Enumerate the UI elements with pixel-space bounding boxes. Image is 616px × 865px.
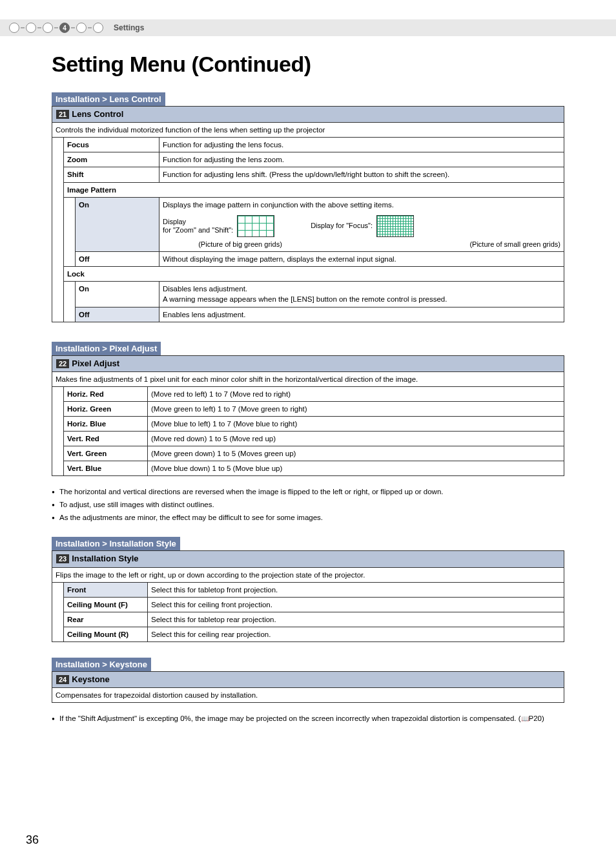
breadcrumb-bar: 4 Settings [0,19,616,36]
rear-label: Rear [64,612,148,627]
small-grid-icon [376,215,414,237]
image-pattern-label: Image Pattern [64,182,564,197]
lens-control-path: Installation > Lens Control [52,92,165,106]
pixel-adjust-heading: 22Pixel Adjust [52,355,564,371]
pixel-adjust-desc: Makes fine adjustments of 1 pixel unit f… [52,371,564,386]
vert-red-label: Vert. Red [64,432,148,446]
step-6 [93,23,103,33]
ceiling-f-label: Ceiling Mount (F) [64,597,148,612]
lock-off-desc: Enables lens adjustment. [159,307,564,322]
image-pattern-off-label: Off [76,252,159,267]
lens-control-section: Installation > Lens Control 21Lens Contr… [52,92,564,322]
zoom-desc: Function for adjusting the lens zoom. [159,152,564,167]
horiz-red-label: Horiz. Red [64,386,148,401]
installation-style-heading: 23Installation Style [52,551,564,567]
pixel-adjust-section: Installation > Pixel Adjust 22Pixel Adju… [52,342,564,477]
step-3 [43,23,53,33]
horiz-blue-label: Horiz. Blue [64,417,148,432]
lock-on-desc: Disables lens adjustment. A warning mess… [159,282,564,307]
front-label: Front [64,582,148,597]
big-grid-icon [237,215,274,237]
shift-desc: Function for adjusting lens shift. (Pres… [159,167,564,182]
focus-label: Focus [64,138,159,152]
lock-off-label: Off [76,307,159,322]
keystone-section: Installation > Keystone 24Keystone Compe… [52,658,564,703]
keystone-heading: 24Keystone [52,672,564,688]
shift-label: Shift [64,167,159,182]
keystone-desc: Compensates for trapezoidal distortion c… [52,688,564,703]
horiz-green-label: Horiz. Green [64,401,148,416]
ceiling-r-label: Ceiling Mount (R) [64,627,148,642]
image-pattern-on-label: On [76,197,159,251]
lens-control-desc: Controls the individual motorized functi… [52,123,564,138]
step-1 [9,23,19,33]
image-pattern-on-desc: Displays the image pattern in conjunctio… [159,197,564,251]
vert-green-label: Vert. Green [64,446,148,461]
step-2 [26,23,36,33]
pixel-adjust-path: Installation > Pixel Adjust [52,342,161,355]
zoom-label: Zoom [64,152,159,167]
lock-on-label: On [76,282,159,307]
step-5 [76,23,87,33]
keystone-notes: If the "Shift Adjustment" is excepting 0… [52,714,564,722]
focus-desc: Function for adjusting the lens focus. [159,138,564,152]
lens-control-heading: 21Lens Control [52,107,564,123]
keystone-path: Installation > Keystone [52,658,151,671]
lock-label: Lock [64,267,564,282]
vert-blue-label: Vert. Blue [64,461,148,476]
image-pattern-off-desc: Without displaying the image pattern, di… [159,252,564,267]
reference-icon [521,714,529,722]
installation-style-section: Installation > Installation Style 23Inst… [52,537,564,642]
header-section-label: Settings [114,23,144,32]
page-title: Setting Menu (Continued) [52,52,616,77]
installation-style-path: Installation > Installation Style [52,537,180,550]
pixel-adjust-notes: The horizontal and vertical directions a… [52,488,564,521]
step-4-active: 4 [59,23,70,33]
installation-style-desc: Flips the image to the left or right, up… [52,567,564,582]
